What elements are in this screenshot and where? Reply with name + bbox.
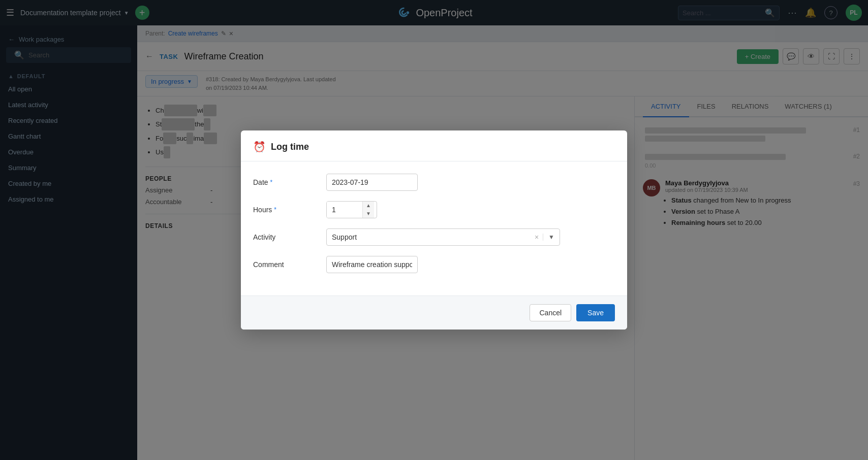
hours-up-btn[interactable]: ▲ <box>363 202 374 210</box>
comment-form-row: Comment <box>253 256 615 273</box>
modal-body: Date * Hours * ▲ ▼ <box>241 161 627 295</box>
modal-overlay: ⏰ Log time Date * Hours * <box>0 0 868 460</box>
modal-title: Log time <box>271 142 309 152</box>
activity-dropdown-icon[interactable]: ▼ <box>543 234 560 241</box>
hours-form-row: Hours * ▲ ▼ <box>253 201 615 218</box>
activity-value: Support <box>327 229 531 245</box>
hours-input[interactable] <box>327 202 362 218</box>
cancel-button[interactable]: Cancel <box>530 304 571 321</box>
clock-icon: ⏰ <box>253 141 266 153</box>
date-form-row: Date * <box>253 174 615 191</box>
spinner-btns: ▲ ▼ <box>362 202 374 218</box>
activity-select[interactable]: Support × ▼ <box>326 228 560 246</box>
date-label: Date * <box>253 178 314 186</box>
save-button[interactable]: Save <box>576 304 615 321</box>
activity-label: Activity <box>253 233 314 241</box>
date-required: * <box>270 179 273 186</box>
comment-label: Comment <box>253 260 314 269</box>
log-time-modal: ⏰ Log time Date * Hours * <box>241 130 627 330</box>
hours-down-btn[interactable]: ▼ <box>363 210 374 218</box>
hours-input-wrap: ▲ ▼ <box>326 201 377 218</box>
modal-header: ⏰ Log time <box>241 130 627 161</box>
date-input[interactable] <box>326 174 418 191</box>
hours-label: Hours * <box>253 206 314 214</box>
activity-form-row: Activity Support × ▼ <box>253 228 615 246</box>
modal-footer: Cancel Save <box>241 295 627 330</box>
activity-clear-icon[interactable]: × <box>531 233 543 241</box>
hours-required: * <box>274 206 276 213</box>
comment-input[interactable] <box>326 256 418 273</box>
